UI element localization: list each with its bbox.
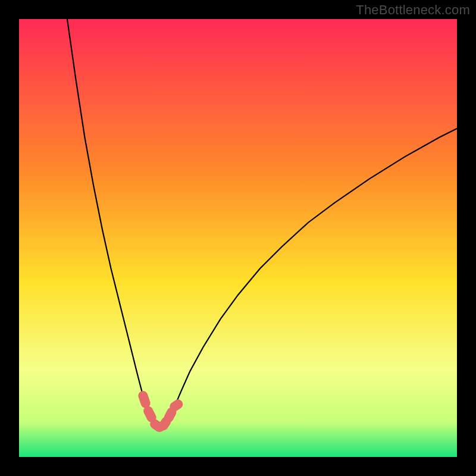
curve-marker <box>143 396 145 403</box>
curve-marker <box>148 411 152 418</box>
chart-svg <box>19 19 457 457</box>
bottleneck-chart <box>19 19 457 457</box>
gradient-background <box>19 19 457 457</box>
watermark-text: TheBottleneck.com <box>356 2 470 18</box>
curve-marker <box>169 412 172 418</box>
curve-marker <box>174 404 178 406</box>
curve-marker <box>164 421 166 425</box>
